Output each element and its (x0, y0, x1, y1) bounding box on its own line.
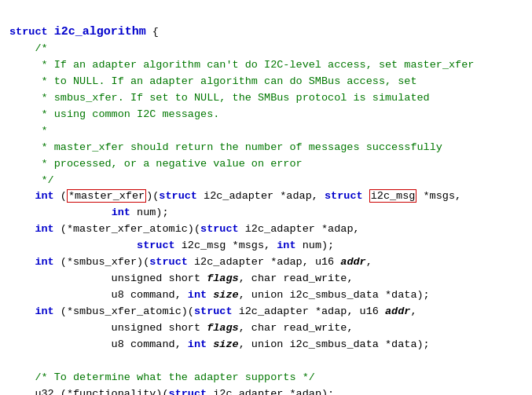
comment-line-2: * to NULL. If an adapter algorithm can d… (35, 75, 416, 87)
param-flags-2: flags (207, 322, 239, 334)
kw-struct-2: struct (159, 190, 197, 202)
kw-struct-3: struct (325, 190, 363, 202)
comment-block-start: /* (35, 42, 47, 54)
kw-struct-8: struct (169, 388, 207, 395)
keyword-int-1: int (35, 190, 53, 202)
keyword-int-6: int (188, 289, 207, 301)
kw-struct-6: struct (149, 256, 188, 268)
param-flags-1: flags (207, 272, 239, 284)
boxed-i2c-msg: i2c_msg (369, 189, 417, 203)
struct-type-name: i2c_algorithm (54, 25, 146, 38)
code-container: struct i2c_algorithm { /* * If an adapte… (9, 6, 523, 395)
param-size-1: size (213, 289, 238, 301)
comment-line-3: * smbus_xfer. If set to NULL, the SMBus … (35, 92, 429, 104)
comment-line-7: * processed, or a negative value on erro… (35, 158, 302, 170)
keyword-int-5: int (35, 256, 53, 268)
keyword-int-3: int (35, 223, 53, 235)
comment-line-5: * (35, 125, 47, 137)
param-addr-1: addr (340, 256, 365, 268)
boxed-master-xfer: *master_xfer (67, 189, 146, 203)
param-size-2: size (213, 338, 238, 350)
keyword-int-4: int (277, 240, 295, 251)
keyword-struct: struct (9, 26, 48, 38)
kw-struct-4: struct (200, 223, 239, 235)
comment-functionality: /* To determine what the adapter support… (35, 371, 314, 383)
param-addr-2: addr (385, 305, 410, 317)
keyword-int-8: int (188, 338, 207, 350)
comment-line-4: * using common I2C messages. (35, 108, 219, 120)
kw-struct-5: struct (137, 240, 175, 251)
keyword-int-7: int (35, 305, 53, 317)
keyword-int-2: int (112, 207, 130, 218)
comment-line-6: * master_xfer should return the number o… (35, 141, 442, 153)
comment-line-1: * If an adapter algorithm can't do I2C-l… (35, 59, 474, 71)
comment-block-end: */ (35, 174, 53, 186)
kw-struct-7: struct (194, 305, 233, 317)
